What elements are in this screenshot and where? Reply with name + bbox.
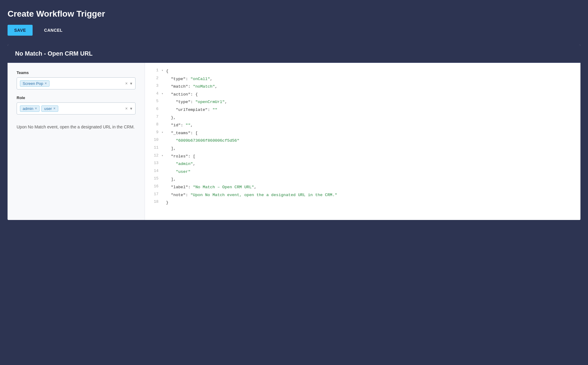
code-token: "type":	[166, 77, 190, 81]
line-content: "type": "onCall",	[166, 75, 580, 83]
code-editor-panel[interactable]: 1▾{2 "type": "onCall",3 "match": "noMatc…	[145, 63, 580, 220]
roles-chevron-down-icon[interactable]: ▾	[130, 106, 132, 111]
teams-input[interactable]: Screen Pop × × ▾	[17, 77, 136, 89]
chevron-down-icon[interactable]: ▾	[130, 81, 132, 86]
save-button[interactable]: SAVE	[8, 25, 33, 36]
code-editor: 1▾{2 "type": "onCall",3 "match": "noMatc…	[145, 63, 580, 211]
table-row: 18}	[145, 199, 580, 207]
line-number: 10	[145, 137, 161, 145]
line-arrow	[161, 137, 166, 145]
line-content: ],	[166, 176, 580, 183]
line-number: 1	[145, 67, 161, 75]
line-arrow	[161, 98, 166, 106]
code-token	[166, 162, 176, 166]
line-number: 17	[145, 191, 161, 199]
table-row: 9▾ "_teams": [	[145, 129, 580, 137]
table-row: 3 "match": "noMatch",	[145, 83, 580, 91]
table-row: 5 "type": "openCrmUrl",	[145, 98, 580, 106]
table-row: 2 "type": "onCall",	[145, 75, 580, 83]
line-content: "urlTemplate": ""	[166, 106, 580, 114]
line-content: "label": "No Match – Open CRM URL",	[166, 183, 580, 191]
table-row: 1▾{	[145, 67, 580, 75]
line-arrow	[161, 75, 166, 83]
line-arrow: ▾	[161, 91, 166, 99]
code-token: "6009b673606f860006cf5d56"	[176, 138, 239, 143]
line-arrow	[161, 145, 166, 153]
code-token: "label":	[166, 185, 193, 189]
line-arrow	[161, 183, 166, 191]
line-number: 7	[145, 114, 161, 122]
line-arrow	[161, 199, 166, 207]
code-token: "id":	[166, 123, 186, 128]
line-number: 3	[145, 83, 161, 91]
teams-label: Teams	[17, 70, 136, 75]
table-row: 11 ],	[145, 145, 580, 153]
card-body: Teams Screen Pop × × ▾ Role admin × use	[8, 63, 580, 220]
line-number: 12	[145, 153, 161, 160]
tag-admin-label: admin	[23, 106, 33, 111]
roles-clear-icon[interactable]: ×	[125, 106, 128, 111]
line-arrow	[161, 106, 166, 114]
tag-screen-pop-close[interactable]: ×	[45, 81, 47, 86]
line-arrow	[161, 176, 166, 183]
code-token: "user"	[176, 170, 190, 174]
code-token: "noMatch"	[193, 84, 215, 89]
code-token: "admin"	[176, 162, 193, 166]
code-token: "type":	[166, 100, 195, 104]
tag-screen-pop-label: Screen Pop	[23, 81, 43, 86]
roles-input-controls: × ▾	[125, 106, 132, 111]
card-title: No Match - Open CRM URL	[15, 50, 93, 57]
code-token: [	[193, 154, 195, 159]
line-arrow	[161, 83, 166, 91]
clear-icon[interactable]: ×	[125, 81, 128, 86]
line-number: 8	[145, 121, 161, 129]
tag-admin-close[interactable]: ×	[35, 106, 37, 111]
roles-input[interactable]: admin × user × × ▾	[17, 102, 136, 115]
page-header: Create Workflow Trigger SAVE CANCEL	[8, 6, 580, 42]
code-token: },	[166, 115, 176, 120]
line-number: 14	[145, 168, 161, 176]
code-token: "urlTemplate":	[166, 108, 213, 112]
tag-user: user ×	[41, 105, 58, 112]
line-number: 4	[145, 91, 161, 99]
line-content: "admin",	[166, 160, 580, 168]
line-number: 11	[145, 145, 161, 153]
tag-user-label: user	[44, 106, 52, 111]
line-number: 18	[145, 199, 161, 207]
table-row: 13 "admin",	[145, 160, 580, 168]
code-token: ,	[225, 100, 227, 104]
line-arrow: ▾	[161, 67, 166, 75]
code-token: ,	[210, 77, 213, 81]
code-token: "_teams":	[166, 131, 195, 135]
table-row: 4▾ "action": {	[145, 91, 580, 99]
line-content: "match": "noMatch",	[166, 83, 580, 91]
line-content: "6009b673606f860006cf5d56"	[166, 137, 580, 145]
line-content: "id": "",	[166, 121, 580, 129]
code-token: ,	[193, 162, 195, 166]
line-arrow	[161, 114, 166, 122]
tag-user-close[interactable]: ×	[53, 106, 56, 111]
line-number: 9	[145, 129, 161, 137]
code-token	[166, 138, 176, 143]
line-content: ],	[166, 145, 580, 153]
description-text: Upon No Match event, open the a designat…	[17, 124, 136, 130]
code-token: ,	[215, 84, 217, 89]
code-token: ,	[254, 185, 257, 189]
cancel-button[interactable]: CANCEL	[39, 25, 68, 36]
role-label: Role	[17, 95, 136, 100]
code-token: ""	[186, 123, 190, 128]
line-arrow	[161, 160, 166, 168]
line-content: "roles": [	[166, 153, 580, 160]
code-token: ""	[213, 108, 217, 112]
left-panel: Teams Screen Pop × × ▾ Role admin × use	[8, 63, 145, 220]
tag-input-controls: × ▾	[125, 81, 132, 86]
card-header: No Match - Open CRM URL	[8, 45, 580, 63]
code-token: ,	[190, 123, 193, 128]
code-token: "match":	[166, 84, 193, 89]
table-row: 16 "label": "No Match – Open CRM URL",	[145, 183, 580, 191]
line-content: {	[166, 67, 580, 75]
code-token: {	[195, 92, 198, 97]
line-arrow: ▾	[161, 153, 166, 160]
tag-screen-pop: Screen Pop ×	[20, 80, 50, 87]
page-title: Create Workflow Trigger	[8, 9, 580, 19]
